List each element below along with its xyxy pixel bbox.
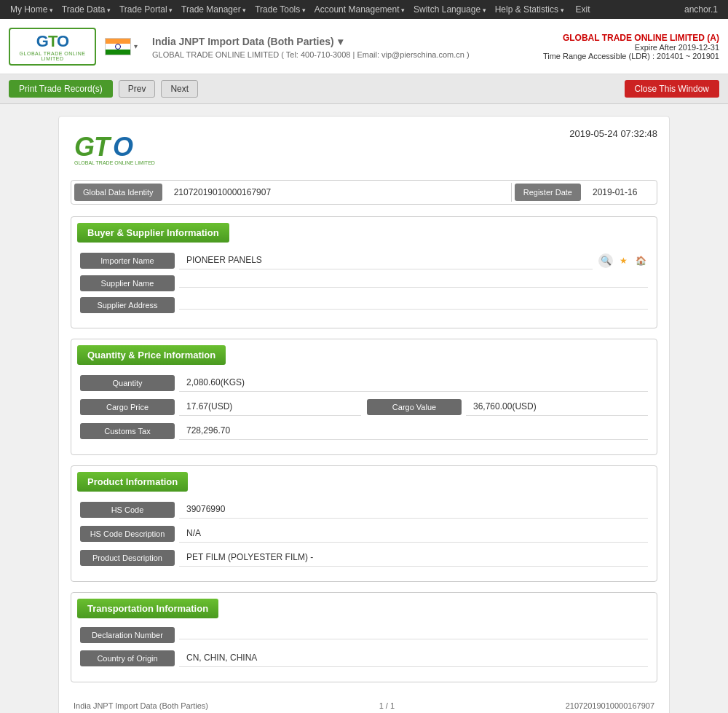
page-title-area: India JNPT Import Data (Both Parties) ▾ … [152,34,543,59]
transportation-body: Declaration Number Country of Origin CN,… [71,624,657,682]
quantity-price-title: Quantity & Price Information [77,345,226,365]
record-logo: G T O GLOBAL TRADE ONLINE LIMITED [71,128,165,168]
svg-text:GLOBAL TRADE ONLINE LIMITED: GLOBAL TRADE ONLINE LIMITED [74,160,155,165]
record-footer-left: India JNPT Import Data (Both Parties) [74,701,208,710]
quantity-row: Quantity 2,080.60(KGS) [80,374,648,392]
importer-name-value: PIONEER PANELS [179,251,593,269]
india-flag [105,38,131,55]
record-footer-center: 1 / 1 [379,701,395,710]
star-icon[interactable]: ★ [616,253,630,268]
cargo-price-label: Cargo Price [80,399,175,415]
logo-subtext: GLOBAL TRADE ONLINE LIMITED [16,51,89,61]
account-company-name: GLOBAL TRADE ONLINE LIMITED (A) [543,33,719,43]
identity-bar: Global Data Identity 2107201901000016790… [71,180,657,205]
country-of-origin-label: Country of Origin [80,650,175,666]
buyer-supplier-title: Buyer & Supplier Information [77,223,229,243]
supplier-name-label: Supplier Name [80,275,175,291]
buyer-supplier-body: Importer Name PIONEER PANELS 🔍 ★ 🏠 Suppl… [71,248,657,328]
account-ldr: Time Range Accessible (LDR) : 201401 ~ 2… [543,52,719,60]
record-footer-right: 21072019010000167907 [566,701,654,710]
svg-text:T: T [94,132,112,162]
importer-name-label: Importer Name [80,253,175,269]
title-dropdown-icon[interactable]: ▾ [338,36,343,47]
supplier-name-value [179,280,648,288]
hs-code-desc-row: HS Code Description N/A [80,524,648,543]
account-expire: Expire After 2019-12-31 [543,43,719,52]
print-button-top[interactable]: Print Trade Record(s) [9,80,113,98]
company-logo: GTO GLOBAL TRADE ONLINE LIMITED [9,28,96,66]
flag-dropdown-icon[interactable]: ▾ [134,42,138,50]
quantity-price-section: Quantity & Price Information Quantity 2,… [71,339,657,455]
supplier-address-label: Supplier Address [80,297,175,313]
cargo-price-value: 17.67(USD) [179,398,361,416]
customs-tax-label: Customs Tax [80,423,175,439]
nav-account-management[interactable]: Account Management [310,0,409,20]
global-data-identity-value: 21072019010000167907 [165,183,512,202]
supplier-name-row: Supplier Name [80,275,648,291]
hs-code-desc-value: N/A [179,524,648,543]
hs-code-value: 39076990 [179,500,648,519]
nav-trade-data[interactable]: Trade Data [58,0,115,20]
product-section: Product Information HS Code 39076990 HS … [71,465,657,582]
nav-help-statistics[interactable]: Help & Statistics [491,0,569,20]
nav-my-home[interactable]: My Home [6,0,58,20]
quantity-label: Quantity [80,375,175,391]
flag-selector[interactable]: ▾ [105,38,138,55]
buyer-supplier-section: Buyer & Supplier Information Importer Na… [71,216,657,328]
record-header: G T O GLOBAL TRADE ONLINE LIMITED 2019-0… [71,128,657,168]
top-navigation: My Home Trade Data Trade Portal Trade Ma… [0,0,728,19]
declaration-number-row: Declaration Number [80,627,648,643]
supplier-address-row: Supplier Address [80,297,648,313]
declaration-number-value [179,631,648,639]
global-data-identity-label: Global Data Identity [74,184,162,201]
search-icon[interactable]: 🔍 [598,253,613,268]
product-body: HS Code 39076990 HS Code Description N/A… [71,497,657,581]
cargo-price-unit: Cargo Price 17.67(USD) [80,398,361,416]
cargo-value-unit: Cargo Value 36,760.00(USD) [367,398,648,416]
importer-name-row: Importer Name PIONEER PANELS 🔍 ★ 🏠 [80,251,648,269]
header-bar: GTO GLOBAL TRADE ONLINE LIMITED ▾ India … [0,19,728,74]
home-icon[interactable]: 🏠 [633,253,648,268]
cargo-value-value: 36,760.00(USD) [466,398,648,416]
product-desc-value: PET FILM (POLYESTER FILM) - [179,548,648,567]
nav-trade-manager[interactable]: Trade Manager [177,0,250,20]
next-button-top[interactable]: Next [161,80,198,98]
nav-trade-portal[interactable]: Trade Portal [115,0,177,20]
hs-code-row: HS Code 39076990 [80,500,648,519]
logo-area: GTO GLOBAL TRADE ONLINE LIMITED [9,28,96,66]
record-logo-svg: G T O GLOBAL TRADE ONLINE LIMITED [71,128,165,168]
header-subtitle: GLOBAL TRADE ONLINE LIMITED ( Tel: 400-7… [152,50,543,59]
main-content: G T O GLOBAL TRADE ONLINE LIMITED 2019-0… [0,104,728,713]
nav-exit[interactable]: Exit [571,0,595,19]
customs-tax-row: Customs Tax 728,296.70 [80,422,648,440]
nav-switch-language[interactable]: Switch Language [409,0,491,20]
cargo-value-label: Cargo Value [367,399,462,415]
quantity-value: 2,080.60(KGS) [179,374,648,392]
record-footer: India JNPT Import Data (Both Parties) 1 … [71,693,657,713]
hs-code-desc-label: HS Code Description [80,526,175,542]
logo-text: GTO [36,32,68,51]
register-date-value: 2019-01-16 [584,183,657,202]
account-info: GLOBAL TRADE ONLINE LIMITED (A) Expire A… [543,33,719,60]
toolbar-top: Print Trade Record(s) Prev Next Close Th… [0,74,728,104]
transportation-section: Transportation Information Declaration N… [71,592,657,682]
prev-button-top[interactable]: Prev [119,80,156,98]
nav-trade-tools[interactable]: Trade Tools [250,0,310,20]
quantity-price-body: Quantity 2,080.60(KGS) Cargo Price 17.67… [71,371,657,454]
country-of-origin-value: CN, CHIN, CHINA [179,649,648,667]
transportation-title: Transportation Information [77,599,218,618]
importer-icons: 🔍 ★ 🏠 [598,253,648,268]
close-button-top[interactable]: Close This Window [625,80,719,98]
hs-code-label: HS Code [80,502,175,518]
svg-text:G: G [74,132,95,162]
cargo-row: Cargo Price 17.67(USD) Cargo Value 36,76… [80,398,648,416]
record-timestamp: 2019-05-24 07:32:48 [569,128,657,139]
anchor-label: anchor.1 [680,0,722,19]
record-card: G T O GLOBAL TRADE ONLINE LIMITED 2019-0… [58,116,670,713]
page-title: India JNPT Import Data (Both Parties) ▾ [152,34,543,49]
country-of-origin-row: Country of Origin CN, CHIN, CHINA [80,649,648,667]
register-date-label: Register Date [515,184,581,201]
svg-text:O: O [113,132,133,162]
declaration-number-label: Declaration Number [80,627,175,643]
customs-tax-value: 728,296.70 [179,422,648,440]
